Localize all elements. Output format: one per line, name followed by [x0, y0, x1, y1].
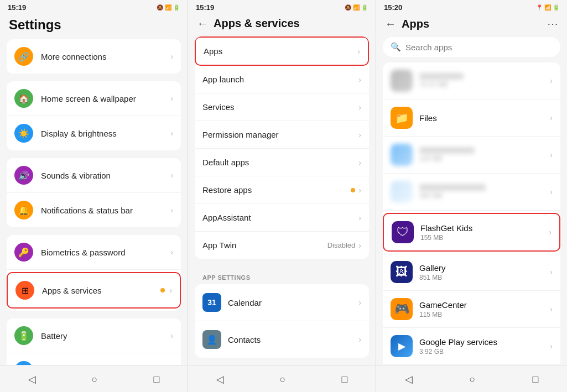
flashget-app-name: FlashGet Kids — [420, 223, 549, 233]
settings-item-display[interactable]: ☀️ Display & brightness › — [7, 116, 181, 150]
as-apps-label: Apps — [204, 46, 357, 56]
back-nav-2[interactable]: ◁ — [205, 371, 235, 388]
app-item-flashget[interactable]: 🛡 FlashGet Kids 155 MB › — [383, 213, 560, 252]
nav-bar-3: ◁ ○ □ — [376, 365, 567, 392]
gamecenter-app-name: GameCenter — [419, 300, 550, 310]
recent-nav-3[interactable]: □ — [522, 372, 550, 388]
blurred-app-icon-2 — [391, 144, 413, 166]
biometrics-icon: 🔑 — [14, 243, 33, 262]
app-item-files[interactable]: 📁 Files › — [383, 100, 560, 137]
as-contacts-label: Contacts — [228, 335, 358, 344]
settings-item-sounds[interactable]: 🔊 Sounds & vibration › — [7, 158, 181, 193]
time-1: 15:19 — [8, 3, 26, 12]
more-connections-chevron: › — [170, 52, 173, 61]
app-item-google-play[interactable]: ▶ Google Play services 3.92 GB › — [383, 328, 560, 365]
as-group-top: Apps › App launch › Services › Permissio… — [195, 36, 369, 259]
sounds-icon: 🔊 — [14, 166, 33, 185]
home-nav-1[interactable]: ○ — [81, 372, 109, 388]
display-label: Display & brightness — [41, 129, 170, 138]
flashget-app-size: 155 MB — [420, 234, 549, 242]
recent-nav-1[interactable]: □ — [143, 372, 171, 388]
blurred-app-size-3: 360 MB — [419, 192, 550, 200]
apps-more-button[interactable]: ⋯ — [547, 17, 558, 30]
apps-scroll: 76.37 MB › 📁 Files › 120 MB — [376, 62, 567, 365]
apps-services-title-bar: ← Apps & services — [188, 14, 376, 36]
search-input[interactable] — [405, 43, 553, 52]
settings-group-sounds: 🔊 Sounds & vibration › 🔔 Notifications &… — [7, 158, 181, 227]
silent-icon: 🔕 — [157, 4, 163, 11]
wifi-icon: 📶 — [165, 4, 171, 11]
google-play-app-info: Google Play services 3.92 GB — [419, 337, 550, 356]
settings-item-storage[interactable]: 💾 Storage › — [7, 353, 181, 365]
settings-item-notifications[interactable]: 🔔 Notifications & status bar › — [7, 193, 181, 227]
settings-item-apps-services[interactable]: ⊞ Apps & services › — [7, 272, 181, 309]
gallery-app-name: Gallery — [419, 263, 550, 273]
as-item-appassistant[interactable]: AppAssistant › — [195, 204, 369, 232]
nav-bar-2: ◁ ○ □ — [188, 365, 376, 392]
time-3: 15:20 — [384, 3, 402, 12]
time-2: 15:19 — [196, 3, 214, 12]
contacts-icon: 👤 — [202, 330, 221, 349]
more-connections-icon: 🔗 — [14, 47, 33, 66]
settings-title: Settings — [9, 17, 61, 32]
as-item-services[interactable]: Services › — [195, 93, 369, 121]
storage-icon: 💾 — [14, 361, 33, 365]
recent-nav-2[interactable]: □ — [331, 372, 359, 388]
gallery-app-info: Gallery 851 MB — [419, 263, 550, 281]
blurred-app-icon-1 — [391, 70, 413, 92]
apps-services-dot — [160, 288, 165, 292]
apps-services-list: Apps › App launch › Services › Permissio… — [188, 36, 376, 365]
battery-icon-circle: 🔋 — [14, 326, 33, 345]
settings-item-biometrics[interactable]: 🔑 Biometrics & password › — [7, 235, 181, 270]
back-nav-1[interactable]: ◁ — [17, 371, 47, 388]
app-item-gallery[interactable]: 🖼 Gallery 851 MB › — [383, 254, 560, 291]
home-nav-3[interactable]: ○ — [459, 372, 487, 388]
gamecenter-app-icon: 🎮 — [391, 298, 413, 320]
status-bar-2: 15:19 🔕 📶 🔋 — [188, 0, 376, 14]
app-item-blurred1[interactable]: 76.37 MB › — [383, 62, 560, 100]
notifications-label: Notifications & status bar — [41, 206, 170, 215]
status-icons-1: 🔕 📶 🔋 — [157, 4, 180, 11]
settings-item-more-connections[interactable]: 🔗 More connections › — [7, 39, 181, 74]
app-settings-header: APP SETTINGS — [195, 266, 369, 284]
wifi-icon-3: 📶 — [544, 4, 551, 11]
blurred-app-name-2 — [419, 147, 475, 154]
apps-services-back[interactable]: ← — [197, 17, 208, 30]
as-item-apptwin[interactable]: App Twin Disabled › — [195, 232, 369, 259]
battery-icon-2: 🔋 — [361, 4, 368, 11]
as-item-restore[interactable]: Restore apps › — [195, 176, 369, 204]
biometrics-label: Biometrics & password — [41, 248, 170, 257]
app-item-blurred3[interactable]: 360 MB › — [383, 174, 560, 211]
apps-services-icon: ⊞ — [15, 281, 34, 300]
settings-item-battery[interactable]: 🔋 Battery › — [7, 318, 181, 353]
home-nav-2[interactable]: ○ — [269, 372, 297, 388]
gamecenter-app-info: GameCenter 115 MB — [419, 300, 550, 318]
apps-group-list: 76.37 MB › 📁 Files › 120 MB — [383, 62, 560, 365]
files-app-info: Files — [419, 113, 550, 123]
as-item-permission[interactable]: Permission manager › — [195, 121, 369, 149]
settings-panel: 15:19 🔕 📶 🔋 Settings 🔗 More connections … — [0, 0, 188, 392]
blurred-app-size-1: 76.37 MB — [419, 81, 550, 88]
as-item-contacts[interactable]: 👤 Contacts › — [195, 321, 369, 358]
as-item-default[interactable]: Default apps › — [195, 149, 369, 176]
as-item-app-launch[interactable]: App launch › — [195, 66, 369, 93]
apps-title: Apps — [402, 18, 429, 30]
blurred-app-name-1 — [419, 73, 464, 80]
battery-label: Battery — [41, 331, 170, 341]
files-app-icon: 📁 — [391, 107, 413, 129]
back-nav-3[interactable]: ◁ — [394, 371, 424, 388]
search-icon: 🔍 — [391, 42, 401, 52]
settings-item-home-screen[interactable]: 🏠 Home screen & wallpaper › — [7, 81, 181, 116]
apps-back[interactable]: ← — [385, 18, 396, 30]
as-item-apps[interactable]: Apps › — [195, 36, 369, 66]
app-item-gamecenter[interactable]: 🎮 GameCenter 115 MB › — [383, 291, 560, 328]
notifications-icon: 🔔 — [14, 201, 33, 219]
app-item-blurred2[interactable]: 120 MB › — [383, 137, 560, 174]
as-apptwin-label: App Twin — [202, 241, 327, 250]
apps-services-panel: 15:19 🔕 📶 🔋 ← Apps & services Apps › App… — [188, 0, 376, 392]
sounds-label: Sounds & vibration — [41, 171, 170, 180]
as-permission-label: Permission manager — [202, 130, 358, 139]
status-icons-3: 📍 📶 🔋 — [536, 4, 559, 11]
as-item-calendar[interactable]: 31 Calendar › — [195, 284, 369, 321]
wifi-icon-2: 📶 — [353, 4, 360, 11]
